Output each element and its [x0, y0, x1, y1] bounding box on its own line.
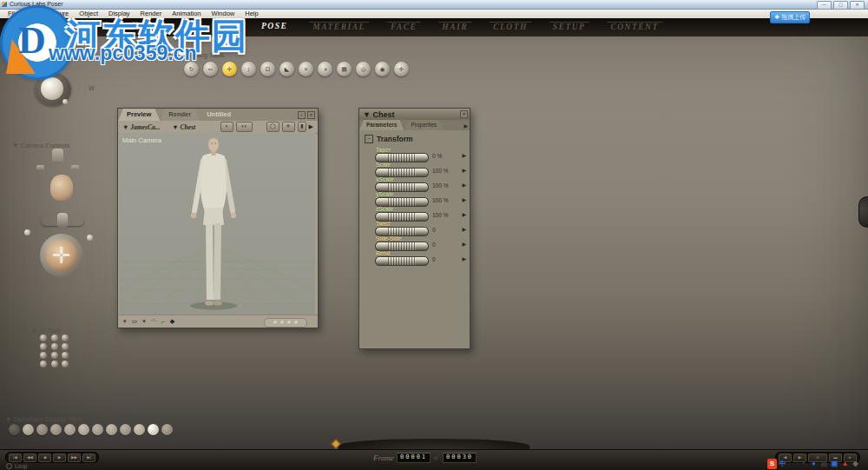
ui-dot[interactable]	[62, 352, 69, 359]
dial-menu-arrow-icon[interactable]: ▶	[462, 255, 466, 261]
clock-icon[interactable]: ◔	[799, 459, 808, 469]
dial-menu-arrow-icon[interactable]: ▶	[462, 211, 466, 217]
ui-dot[interactable]	[40, 361, 47, 367]
style-cartoon-icon[interactable]	[106, 424, 117, 435]
skin-icon[interactable]: ▲	[840, 459, 850, 469]
menu-animation[interactable]: Animation	[167, 10, 206, 18]
prev-keyframe-button[interactable]: ◀◀	[23, 453, 36, 462]
palette-header[interactable]: ▼ Chest ✕	[359, 109, 470, 120]
left-camera-icon[interactable]	[36, 165, 44, 170]
step-back-button[interactable]: ◀	[38, 453, 51, 462]
chain-break-tool-icon[interactable]: ×	[299, 62, 313, 76]
bend-dial[interactable]	[375, 256, 429, 266]
foot-dropdown-icon[interactable]: ▾	[123, 318, 127, 325]
dial-menu-arrow-icon[interactable]: ▶	[462, 152, 466, 158]
ui-dot[interactable]	[62, 334, 69, 341]
dial-menu-arrow-icon[interactable]: ▶	[462, 196, 466, 202]
total-frames-counter[interactable]: 00030	[443, 453, 477, 463]
right-hand-camera-icon[interactable]	[83, 184, 95, 207]
light-knob-icon[interactable]	[40, 71, 45, 76]
left-hand-camera-icon[interactable]	[30, 184, 41, 207]
light-meter-toolbar-icon[interactable]: ▮	[298, 122, 306, 132]
ui-dot[interactable]	[51, 361, 58, 367]
menu-figure[interactable]: Figure	[45, 10, 74, 18]
figure-select-menu[interactable]: ▼ JamesCa...	[122, 123, 160, 131]
dial-menu-arrow-icon[interactable]: ▶	[462, 182, 466, 188]
chinese-mode-icon[interactable]: 中	[778, 459, 787, 469]
foot-shoe-icon[interactable]: ◆	[170, 318, 174, 325]
doc-minimize-icon[interactable]: ▪	[298, 111, 306, 119]
collapse-icon[interactable]: −	[365, 135, 373, 143]
style-smooth-lined-icon[interactable]	[148, 424, 159, 435]
translate-toolbar-icon[interactable]: ✛	[282, 122, 295, 132]
grouping-tool-icon[interactable]: ▦	[337, 62, 352, 76]
tab-setup[interactable]: SETUP	[542, 22, 597, 36]
style-wireframe-icon[interactable]	[36, 424, 48, 435]
tab-face[interactable]: FACE	[379, 22, 428, 36]
doc-close-icon[interactable]: ✕	[307, 111, 315, 119]
last-frame-button[interactable]: ▶|	[82, 453, 95, 462]
next-keyframe-button[interactable]: ▶▶	[68, 453, 81, 462]
menu-edit[interactable]: Edit	[23, 10, 45, 18]
ui-dot[interactable]	[51, 334, 58, 341]
menu-render[interactable]: Render	[135, 10, 168, 18]
toolbox-icon[interactable]: ▣	[830, 459, 839, 469]
loop-checkbox[interactable]	[6, 463, 12, 469]
camera-focal-knob-icon[interactable]	[87, 235, 93, 241]
palette-close-icon[interactable]: ✕	[460, 110, 468, 118]
tracking-dot[interactable]	[280, 321, 285, 325]
ui-dot[interactable]	[51, 352, 58, 359]
palette-menu-arrow-icon[interactable]: ▶	[464, 122, 468, 129]
menu-display[interactable]: Display	[103, 10, 135, 18]
menu-file[interactable]: File	[3, 10, 23, 18]
right-camera-icon[interactable]	[71, 165, 79, 170]
hand-camera-icon[interactable]	[52, 149, 63, 162]
mic-icon[interactable]: ♦	[809, 459, 819, 469]
ui-dot[interactable]	[62, 361, 69, 367]
style-hidden-line-icon[interactable]	[50, 424, 62, 435]
dial-menu-arrow-icon[interactable]: ▶	[462, 241, 466, 247]
foot-hook-icon[interactable]: ⌐	[161, 319, 165, 325]
dial-menu-arrow-icon[interactable]: ▶	[462, 167, 466, 173]
morphing-tool-icon[interactable]: ◉	[375, 62, 390, 76]
style-smooth-shaded-icon[interactable]	[134, 424, 145, 435]
tab-render[interactable]: Render	[160, 109, 200, 121]
direct-manipulation-tool-icon[interactable]: ✛	[394, 62, 409, 76]
ball-toolbar-icon[interactable]: ◯	[266, 122, 279, 132]
tab-hair[interactable]: HAIR	[431, 22, 479, 36]
transform-section-header[interactable]: − Transform	[365, 135, 413, 143]
face-camera-icon[interactable]	[50, 175, 73, 201]
menu-help[interactable]: Help	[240, 10, 263, 18]
face-camera-toolbar-icon[interactable]: ◗	[220, 122, 233, 132]
toolbar-more-arrow-icon[interactable]: ▶	[309, 123, 313, 130]
tracking-dot[interactable]	[294, 321, 299, 325]
ui-dot[interactable]	[62, 343, 69, 350]
first-frame-button[interactable]: |◀	[9, 453, 22, 462]
tracking-dot[interactable]	[287, 321, 292, 325]
tab-preview[interactable]: Preview	[118, 109, 160, 121]
view-magnifier-tool-icon[interactable]: ◎	[356, 62, 371, 76]
viewport[interactable]: Main Camera	[119, 133, 315, 315]
wrench-icon[interactable]: ◆	[851, 459, 860, 469]
dial-menu-arrow-icon[interactable]: ▶	[462, 226, 466, 232]
menu-object[interactable]: Object	[74, 10, 103, 18]
punctuation-icon[interactable]: ’	[788, 459, 798, 469]
tab-pose[interactable]: POSE	[250, 22, 299, 36]
light-knob2-icon[interactable]	[62, 99, 68, 104]
sogou-icon[interactable]: S	[767, 459, 777, 469]
style-flat-lined-icon[interactable]	[92, 424, 103, 435]
style-silhouette-icon[interactable]	[9, 424, 20, 435]
rotate-tool-icon[interactable]: ↻	[184, 62, 199, 76]
foot-dropdown2-icon[interactable]: ▾	[142, 318, 146, 325]
tab-material[interactable]: MATERIAL	[301, 22, 377, 36]
color-tool-icon[interactable]: ◑	[318, 62, 332, 76]
figures-toolbar-icon[interactable]: ◖◗	[236, 122, 253, 132]
tab-properties[interactable]: Properties	[404, 120, 444, 130]
translate-pull-tool-icon[interactable]: ✛	[222, 62, 237, 76]
keyboard-icon[interactable]: ▤	[819, 459, 829, 469]
camera-scale-knob-icon[interactable]	[24, 229, 30, 235]
light-ball-icon[interactable]	[41, 77, 63, 100]
menu-window[interactable]: Window	[207, 10, 240, 18]
ui-dot[interactable]	[51, 343, 58, 350]
camera-plane-hub-icon[interactable]	[57, 213, 68, 228]
